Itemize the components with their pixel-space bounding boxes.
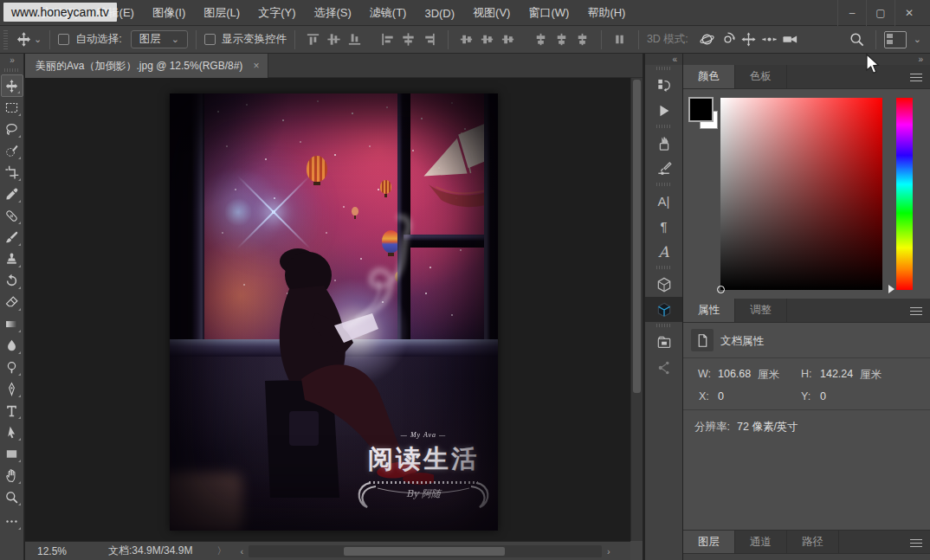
tool-history-brush[interactable] <box>1 270 23 292</box>
distribute-right-edges-button[interactable] <box>573 30 592 49</box>
panel-menu-icon[interactable] <box>910 74 922 81</box>
tool-zoom[interactable] <box>1 486 23 508</box>
libraries-panel-button[interactable] <box>645 330 682 355</box>
tool-dodge[interactable] <box>1 357 23 378</box>
menu-help[interactable]: 帮助(H) <box>587 5 625 21</box>
scroll-left-arrow-icon[interactable]: ‹ <box>240 546 243 557</box>
document-tab[interactable]: 美丽的Ava（加倒影）.jpg @ 12.5%(RGB/8#) × <box>25 54 268 78</box>
tool-hand[interactable] <box>1 465 23 486</box>
height-value[interactable]: 142.24 <box>820 368 853 380</box>
3d-roll-button[interactable] <box>719 30 738 49</box>
tab-properties[interactable]: 属性 <box>683 299 735 322</box>
tool-crop[interactable] <box>1 162 23 183</box>
distribute-vertical-centers-button[interactable] <box>478 30 497 49</box>
3d-orbit-button[interactable] <box>698 30 717 49</box>
tab-color[interactable]: 颜色 <box>683 65 735 88</box>
3d-slide-button[interactable] <box>760 30 779 49</box>
align-vertical-centers-button[interactable] <box>325 30 344 49</box>
tool-spot-healing-brush[interactable] <box>1 205 23 227</box>
menu-view[interactable]: 视图(V) <box>473 5 510 21</box>
align-top-edges-button[interactable] <box>304 30 323 49</box>
search-icon[interactable] <box>848 30 867 49</box>
actions-panel-button[interactable] <box>645 98 682 123</box>
scroll-right-arrow-icon[interactable]: › <box>607 546 610 557</box>
menu-layer[interactable]: 图层(L) <box>203 5 240 21</box>
menu-3d[interactable]: 3D(D) <box>424 7 455 20</box>
width-value[interactable]: 106.68 <box>718 368 751 380</box>
options-bar-grip[interactable] <box>3 30 8 49</box>
tool-preset-caret-icon[interactable]: ⌄ <box>34 35 42 44</box>
3d-panel-button[interactable] <box>645 272 682 297</box>
tool-type[interactable] <box>1 400 23 422</box>
tool-rectangular-marquee[interactable] <box>1 97 23 119</box>
glyphs-panel-button[interactable]: A <box>645 239 682 264</box>
tool-eraser[interactable] <box>1 292 23 313</box>
close-button[interactable]: ✕ <box>894 0 923 26</box>
align-horizontal-centers-button[interactable] <box>399 30 418 49</box>
3d-zoom-camera-button[interactable] <box>781 30 800 49</box>
status-zoom-field[interactable]: 12.5% <box>37 545 82 557</box>
tab-close-icon[interactable]: × <box>253 60 259 72</box>
status-popup-chevron-icon[interactable]: 〉 <box>216 544 226 557</box>
auto-select-target-dropdown[interactable]: 图层 ⌄ <box>131 30 188 48</box>
3d-axis-panel-button[interactable] <box>645 297 682 322</box>
panel-menu-icon[interactable] <box>910 307 922 315</box>
3d-pan-button[interactable] <box>739 30 759 49</box>
tab-channels[interactable]: 通道 <box>735 531 787 553</box>
tool-eyedropper[interactable] <box>1 183 23 205</box>
distribute-horizontal-centers-button[interactable] <box>552 30 572 49</box>
share-panel-button[interactable] <box>645 355 682 380</box>
foreground-color-swatch[interactable] <box>690 99 712 120</box>
distribute-bottom-edges-button[interactable] <box>499 30 518 49</box>
toolbar-grip[interactable] <box>4 68 20 72</box>
tab-paths[interactable]: 路径 <box>787 531 839 553</box>
brushes-panel-button[interactable] <box>645 131 682 156</box>
x-value[interactable]: 0 <box>718 390 724 402</box>
align-bottom-edges-button[interactable] <box>346 30 365 49</box>
tool-blur[interactable] <box>1 335 23 357</box>
distribute-left-edges-button[interactable] <box>532 30 551 49</box>
menu-window[interactable]: 窗口(W) <box>528 5 569 21</box>
tool-pen[interactable] <box>1 378 23 400</box>
horizontal-scrollbar-thumb[interactable] <box>344 547 505 556</box>
menu-filter[interactable]: 滤镜(T) <box>370 5 407 21</box>
menu-image[interactable]: 图像(I) <box>152 5 185 21</box>
tool-move[interactable] <box>1 74 23 97</box>
tool-gradient[interactable] <box>1 313 23 335</box>
maximize-button[interactable]: ▢ <box>866 0 894 26</box>
tool-rectangle[interactable] <box>1 443 23 465</box>
menu-type[interactable]: 文字(Y) <box>258 5 295 21</box>
align-left-edges-button[interactable] <box>378 30 397 49</box>
canvas-artwork[interactable]: — My Ava — 阅读生活 By 阿随 <box>170 93 498 531</box>
minimize-button[interactable]: – <box>837 0 866 26</box>
hue-slider-pointer-icon[interactable] <box>888 285 894 293</box>
tool-path-selection[interactable] <box>1 422 23 443</box>
workspace-switcher-icon[interactable] <box>884 31 907 48</box>
vertical-scrollbar[interactable] <box>630 78 643 541</box>
tool-quick-selection[interactable] <box>1 140 23 162</box>
character-panel-button[interactable]: A| <box>645 189 682 214</box>
history-panel-button[interactable] <box>645 73 682 98</box>
distribute-top-edges-button[interactable] <box>457 30 476 49</box>
vertical-scrollbar-thumb[interactable] <box>633 80 641 393</box>
paragraph-panel-button[interactable]: ¶ <box>645 214 682 239</box>
spectrum-selector[interactable] <box>717 286 725 293</box>
distribute-spacing-button[interactable] <box>610 30 630 49</box>
tab-swatches[interactable]: 色板 <box>735 65 787 88</box>
tab-layers[interactable]: 图层 <box>683 531 735 553</box>
canvas-area[interactable]: — My Ava — 阅读生活 By 阿随 <box>25 78 630 541</box>
tab-adjustments[interactable]: 调整 <box>735 299 787 322</box>
auto-select-checkbox[interactable] <box>58 34 69 45</box>
dock-expand-icon[interactable]: « <box>645 54 682 65</box>
toolbar-collapse-icon[interactable]: » <box>0 54 23 67</box>
horizontal-scrollbar[interactable] <box>249 545 602 557</box>
y-value[interactable]: 0 <box>820 390 826 402</box>
color-spectrum-field[interactable] <box>720 98 882 290</box>
align-right-edges-button[interactable] <box>420 30 439 49</box>
brush-settings-panel-button[interactable] <box>645 156 682 181</box>
panel-collapse-icon[interactable]: » <box>683 54 930 65</box>
edit-toolbar-button[interactable] <box>1 511 23 532</box>
tool-brush[interactable] <box>1 227 23 248</box>
tool-clone-stamp[interactable] <box>1 248 23 270</box>
tool-lasso[interactable] <box>1 119 23 140</box>
